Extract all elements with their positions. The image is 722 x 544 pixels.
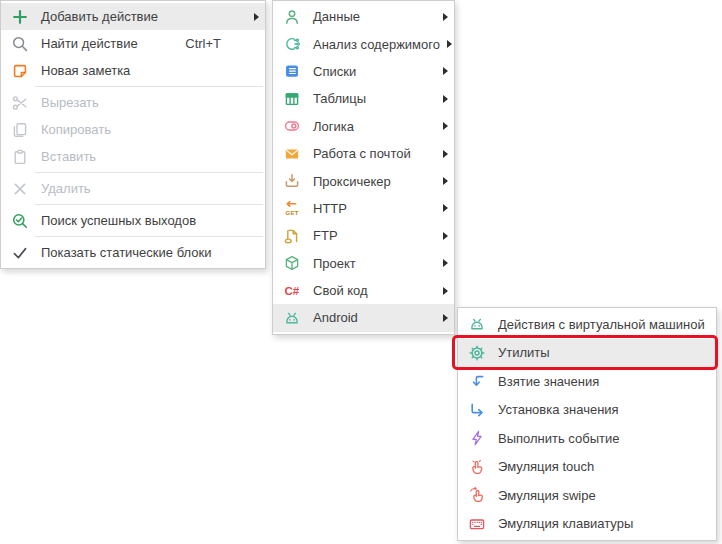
content-analysis-icon (282, 35, 302, 53)
submenu-arrow-icon (254, 13, 259, 21)
menu-item-find-action[interactable]: Найти действие Ctrl+T (1, 30, 265, 57)
menu-item-label: Данные (313, 9, 436, 24)
submenu-arrow-icon (443, 287, 448, 295)
android-submenu: Действия с виртуальной машиной Утилиты В… (457, 307, 717, 541)
menu-item-execute-event[interactable]: Выполнить событие (458, 424, 716, 453)
menu-item-add-action[interactable]: Добавить действие (1, 3, 265, 30)
menu-item-android[interactable]: Android (273, 304, 454, 331)
menu-item-tables[interactable]: Таблицы (273, 85, 454, 112)
menu-item-emulate-swipe[interactable]: Эмуляция swipe (458, 481, 716, 510)
submenu-arrow-icon (443, 232, 448, 240)
menu-item-mail[interactable]: Работа с почтой (273, 140, 454, 167)
add-action-submenu: Данные Анализ содержимого Списки Таблицы… (272, 0, 455, 335)
logic-toggle-icon (282, 117, 302, 135)
menu-item-label: Свой код (313, 283, 436, 298)
keyboard-icon (467, 515, 487, 533)
menu-item-label: Анализ содержимого (313, 37, 440, 52)
menu-item-cut[interactable]: Вырезать (1, 89, 265, 116)
csharp-icon: C# (282, 282, 302, 300)
menu-item-label: Android (313, 310, 436, 325)
submenu-arrow-icon (443, 122, 448, 130)
menu-item-proxy-checker[interactable]: Проксичекер (273, 167, 454, 194)
menu-item-label: Эмуляция swipe (498, 488, 698, 503)
menu-item-label: Установка значения (498, 402, 698, 417)
menu-item-delete[interactable]: Удалить (1, 175, 265, 202)
copy-icon (10, 121, 30, 139)
menu-separator (35, 86, 263, 87)
mail-icon (282, 145, 302, 163)
menu-separator (35, 236, 263, 237)
menu-item-ftp[interactable]: FTP (273, 222, 454, 249)
menu-item-label: Вырезать (41, 95, 247, 110)
menu-item-search-success-exits[interactable]: Поиск успешных выходов (1, 207, 265, 234)
submenu-arrow-icon (443, 259, 448, 267)
menu-item-label: Добавить действие (41, 9, 247, 24)
menu-item-label: Удалить (41, 181, 247, 196)
menu-item-vm-actions[interactable]: Действия с виртуальной машиной (458, 310, 716, 339)
menu-item-get-value[interactable]: Взятие значения (458, 367, 716, 396)
menu-item-content-analysis[interactable]: Анализ содержимого (273, 30, 454, 57)
checkmark-icon (10, 244, 30, 262)
search-icon (10, 35, 30, 53)
menu-item-new-note[interactable]: Новая заметка (1, 57, 265, 84)
submenu-arrow-icon (443, 150, 448, 158)
gear-icon (467, 344, 487, 362)
svg-text:C#: C# (284, 285, 299, 297)
menu-item-label: Проксичекер (313, 174, 436, 189)
menu-item-utilities[interactable]: Утилиты (458, 339, 716, 368)
menu-item-label: Взятие значения (498, 374, 698, 389)
menu-item-label: Эмуляция touch (498, 459, 698, 474)
menu-item-label: Вставить (41, 149, 247, 164)
note-icon (10, 62, 30, 80)
context-menu: Добавить действие Найти действие Ctrl+T … (0, 0, 266, 269)
menu-item-label: Действия с виртуальной машиной (498, 317, 705, 332)
submenu-arrow-icon (443, 95, 448, 103)
menu-item-label: Эмуляция клавиатуры (498, 516, 698, 531)
menu-item-set-value[interactable]: Установка значения (458, 396, 716, 425)
set-value-icon (467, 401, 487, 419)
menu-item-label: Выполнить событие (498, 431, 698, 446)
menu-item-project[interactable]: Проект (273, 250, 454, 277)
plus-icon (10, 8, 30, 26)
submenu-arrow-icon (447, 40, 452, 48)
list-icon (282, 62, 302, 80)
touch-icon (467, 458, 487, 476)
submenu-arrow-icon (443, 13, 448, 21)
menu-item-label: Работа с почтой (313, 146, 436, 161)
submenu-arrow-icon (443, 67, 448, 75)
menu-item-http[interactable]: GET HTTP (273, 195, 454, 222)
menu-item-label: Логика (313, 119, 436, 134)
submenu-arrow-icon (443, 204, 448, 212)
swipe-icon (467, 486, 487, 504)
menu-item-label: Новая заметка (41, 63, 247, 78)
menu-item-custom-code[interactable]: C# Свой код (273, 277, 454, 304)
menu-item-label: Проект (313, 256, 436, 271)
menu-item-show-static-blocks[interactable]: Показать статические блоки (1, 239, 265, 266)
ftp-icon (282, 227, 302, 245)
menu-item-label: Показать статические блоки (41, 245, 247, 260)
submenu-arrow-icon (443, 177, 448, 185)
menu-item-copy[interactable]: Копировать (1, 116, 265, 143)
shortcut-label: Ctrl+T (185, 36, 221, 51)
menu-item-logic[interactable]: Логика (273, 113, 454, 140)
menu-separator (35, 172, 263, 173)
android-icon (467, 315, 487, 333)
menu-item-label: Копировать (41, 122, 247, 137)
menu-item-emulate-touch[interactable]: Эмуляция touch (458, 453, 716, 482)
menu-item-label: Списки (313, 64, 436, 79)
menu-item-data[interactable]: Данные (273, 3, 454, 30)
menu-item-label: Утилиты (498, 345, 698, 360)
search-success-icon (10, 212, 30, 230)
menu-item-emulate-keyboard[interactable]: Эмуляция клавиатуры (458, 510, 716, 539)
menu-item-label: FTP (313, 228, 436, 243)
proxy-checker-icon (282, 172, 302, 190)
menu-item-label: Найти действие (41, 36, 185, 51)
paste-icon (10, 148, 30, 166)
submenu-arrow-icon (443, 314, 448, 322)
menu-item-paste[interactable]: Вставить (1, 143, 265, 170)
http-get-icon: GET (282, 199, 302, 217)
menu-item-label: HTTP (313, 201, 436, 216)
project-cube-icon (282, 254, 302, 272)
menu-item-lists[interactable]: Списки (273, 58, 454, 85)
scissors-icon (10, 94, 30, 112)
